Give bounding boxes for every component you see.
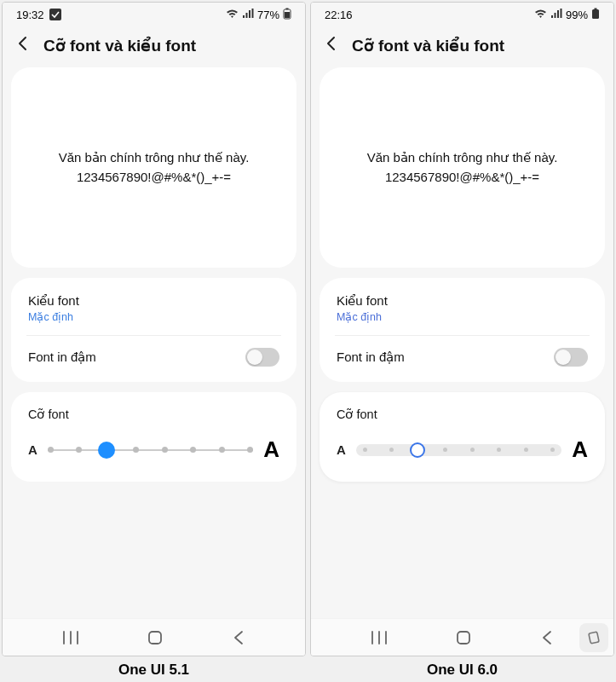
- font-style-value: Mặc định: [337, 310, 388, 323]
- bold-font-label: Font in đậm: [337, 350, 405, 365]
- page-header: Cỡ font và kiểu font: [3, 26, 305, 67]
- font-size-label: Cỡ font: [28, 407, 279, 421]
- small-a-icon: A: [337, 442, 346, 457]
- screen-right: 22:16 99% Cỡ font và kiểu font: [310, 2, 614, 656]
- slider-thumb[interactable]: [410, 442, 425, 458]
- preview-text-line2: 1234567890!@#%&*()_+-=: [367, 168, 558, 188]
- font-size-slider[interactable]: [48, 440, 253, 460]
- checkmark-icon: [49, 9, 61, 20]
- back-button[interactable]: [540, 630, 554, 645]
- rotation-lock-icon[interactable]: [579, 623, 608, 652]
- wifi-icon: [534, 9, 547, 21]
- phone-left: 19:32 77% C: [2, 2, 306, 680]
- svg-rect-6: [458, 632, 469, 644]
- back-button[interactable]: [232, 630, 245, 645]
- large-a-icon: A: [572, 436, 588, 463]
- font-style-row[interactable]: Kiểu font Mặc định: [11, 281, 296, 335]
- navigation-bar: [311, 618, 613, 656]
- status-bar: 19:32 77%: [3, 3, 305, 26]
- phone-right: 22:16 99% Cỡ font và kiểu font: [310, 2, 614, 680]
- bold-font-row[interactable]: Font in đậm: [11, 336, 296, 379]
- caption-left: One UI 5.1: [2, 656, 306, 680]
- svg-rect-4: [592, 9, 599, 19]
- back-icon[interactable]: [14, 35, 32, 55]
- bold-font-row[interactable]: Font in đậm: [320, 336, 605, 379]
- signal-icon: [242, 9, 254, 21]
- font-style-row[interactable]: Kiểu font Mặc định: [320, 281, 605, 335]
- battery-icon: [283, 8, 291, 22]
- svg-rect-7: [589, 632, 599, 644]
- preview-text-line1: Văn bản chính trông như thế này.: [367, 148, 558, 168]
- preview-text-line2: 1234567890!@#%&*()_+-=: [59, 168, 250, 188]
- font-style-value: Mặc định: [28, 310, 79, 323]
- font-style-label: Kiểu font: [337, 293, 388, 309]
- recents-button[interactable]: [62, 630, 79, 645]
- settings-card: Kiểu font Mặc định Font in đậm: [11, 278, 296, 382]
- slider-thumb[interactable]: [98, 442, 115, 459]
- svg-rect-2: [285, 12, 290, 18]
- bold-toggle[interactable]: [245, 348, 279, 367]
- battery-text: 77%: [257, 9, 279, 21]
- small-a-icon: A: [28, 442, 37, 457]
- content-area: Văn bản chính trông như thế này. 1234567…: [311, 67, 613, 618]
- home-button[interactable]: [456, 630, 471, 645]
- content-area: Văn bản chính trông như thế này. 1234567…: [3, 67, 305, 618]
- font-size-label: Cỡ font: [337, 407, 588, 421]
- signal-icon: [550, 9, 562, 21]
- font-size-card: Cỡ font A A: [320, 392, 605, 482]
- back-icon[interactable]: [323, 35, 340, 55]
- bold-toggle[interactable]: [554, 348, 588, 367]
- status-time: 19:32: [16, 9, 44, 21]
- home-button[interactable]: [147, 630, 163, 645]
- page-header: Cỡ font và kiểu font: [311, 26, 613, 67]
- recents-button[interactable]: [371, 630, 388, 645]
- preview-text-line1: Văn bản chính trông như thế này.: [59, 148, 250, 168]
- svg-rect-3: [149, 632, 161, 644]
- preview-card: Văn bản chính trông như thế này. 1234567…: [11, 67, 296, 268]
- preview-card: Văn bản chính trông như thế này. 1234567…: [320, 67, 605, 268]
- caption-right: One UI 6.0: [310, 656, 614, 680]
- battery-text: 99%: [566, 9, 588, 21]
- page-title: Cỡ font và kiểu font: [43, 36, 196, 55]
- battery-icon: [591, 8, 600, 22]
- wifi-icon: [226, 9, 239, 21]
- bold-font-label: Font in đậm: [28, 350, 96, 365]
- status-time: 22:16: [325, 9, 353, 21]
- large-a-icon: A: [263, 436, 279, 463]
- svg-rect-5: [595, 8, 597, 9]
- font-size-card: Cỡ font A A: [11, 392, 296, 482]
- screen-left: 19:32 77% C: [2, 2, 306, 656]
- status-bar: 22:16 99%: [311, 3, 613, 26]
- svg-rect-1: [286, 8, 289, 9]
- font-style-label: Kiểu font: [28, 293, 79, 309]
- settings-card: Kiểu font Mặc định Font in đậm: [320, 278, 605, 382]
- font-size-slider[interactable]: [356, 440, 561, 460]
- page-title: Cỡ font và kiểu font: [352, 36, 504, 55]
- navigation-bar: [3, 618, 305, 656]
